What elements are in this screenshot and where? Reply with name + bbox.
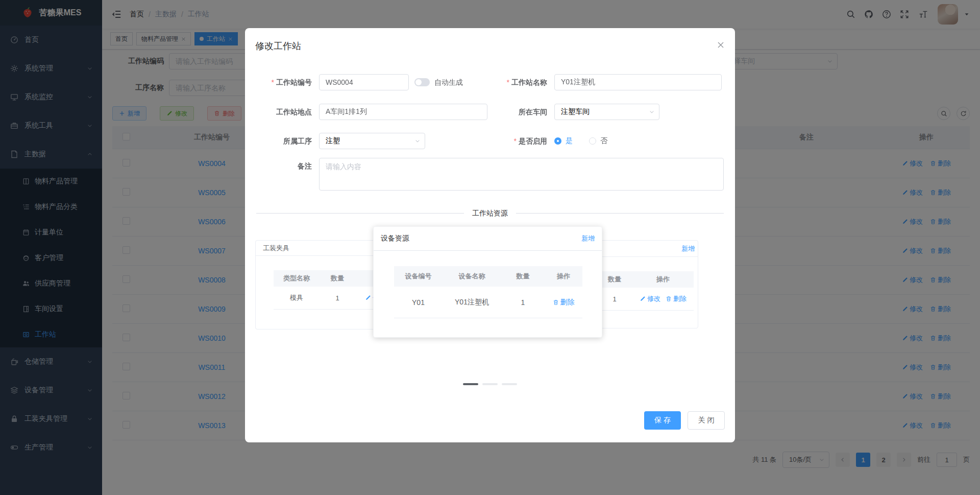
device-row: Y01 Y01注塑机 1 删除 xyxy=(394,287,582,318)
right-row-edit-link[interactable]: 修改 xyxy=(640,294,660,303)
code-label: *工作站编号 xyxy=(245,74,312,90)
carousel-dot-2[interactable] xyxy=(482,383,498,385)
radio-selected-icon xyxy=(554,137,561,145)
carousel-indicators xyxy=(245,383,735,385)
carousel-dot-3[interactable] xyxy=(502,383,517,385)
col-action: 操作 xyxy=(545,272,582,281)
edit-icon xyxy=(365,295,371,301)
col-qty: 数量 xyxy=(501,272,545,281)
col-action: 操作 xyxy=(632,275,694,284)
device-popup-title: 设备资源 xyxy=(381,234,409,243)
remark-textarea[interactable] xyxy=(319,158,724,191)
auto-generate-toggle[interactable] xyxy=(414,78,430,86)
code-input[interactable] xyxy=(319,74,409,90)
trash-icon xyxy=(666,296,672,302)
process-label: 所属工序 xyxy=(245,133,312,149)
col-qty: 数量 xyxy=(320,274,355,283)
name-input[interactable] xyxy=(554,74,722,90)
right-card-add-link[interactable]: 新增 xyxy=(681,244,695,253)
chevron-down-icon xyxy=(649,109,655,115)
carousel-dot-1[interactable] xyxy=(463,383,478,385)
chevron-down-icon xyxy=(414,138,421,144)
trash-icon xyxy=(553,299,559,305)
workshop-select[interactable]: 注塑车间 xyxy=(554,104,659,120)
device-popup-header: 设备资源 新增 xyxy=(374,227,602,251)
close-button[interactable]: 关 闭 xyxy=(688,411,725,430)
process-select[interactable]: 注塑 xyxy=(319,133,425,149)
save-button[interactable]: 保 存 xyxy=(644,411,681,430)
modal-footer: 保 存 关 闭 xyxy=(644,411,725,430)
enable-radio-group: 是 否 xyxy=(554,136,607,146)
resources-divider: 工作站资源 xyxy=(256,213,724,214)
close-icon[interactable] xyxy=(717,41,725,49)
col-device-code: 设备编号 xyxy=(394,272,443,281)
edit-workstation-modal: 修改工作站 *工作站编号 自动生成 *工作站名称 工作站地点 所在车间 注塑车间… xyxy=(245,28,735,442)
radio-yes[interactable]: 是 xyxy=(554,136,573,146)
auto-generate-label: 自动生成 xyxy=(434,78,463,86)
location-input[interactable] xyxy=(319,104,487,120)
name-label: *工作站名称 xyxy=(480,74,547,90)
enable-label: *是否启用 xyxy=(480,133,547,149)
col-device-name: 设备名称 xyxy=(443,272,501,281)
modal-title: 修改工作站 xyxy=(255,40,301,52)
radio-no[interactable]: 否 xyxy=(589,136,607,146)
device-delete-link[interactable]: 删除 xyxy=(553,298,575,307)
workshop-label: 所在车间 xyxy=(480,104,547,120)
right-row-delete-link[interactable]: 删除 xyxy=(666,294,687,303)
col-type-name: 类型名称 xyxy=(274,274,320,283)
edit-icon xyxy=(640,296,646,302)
remark-label: 备注 xyxy=(245,158,312,174)
device-resource-popup: 设备资源 新增 设备编号 设备名称 数量 操作 Y01 Y01注塑机 1 删除 xyxy=(373,226,602,338)
location-label: 工作站地点 xyxy=(245,104,312,120)
device-add-link[interactable]: 新增 xyxy=(581,234,595,243)
device-table: 设备编号 设备名称 数量 操作 Y01 Y01注塑机 1 删除 xyxy=(394,266,582,318)
radio-unselected-icon xyxy=(589,137,596,145)
